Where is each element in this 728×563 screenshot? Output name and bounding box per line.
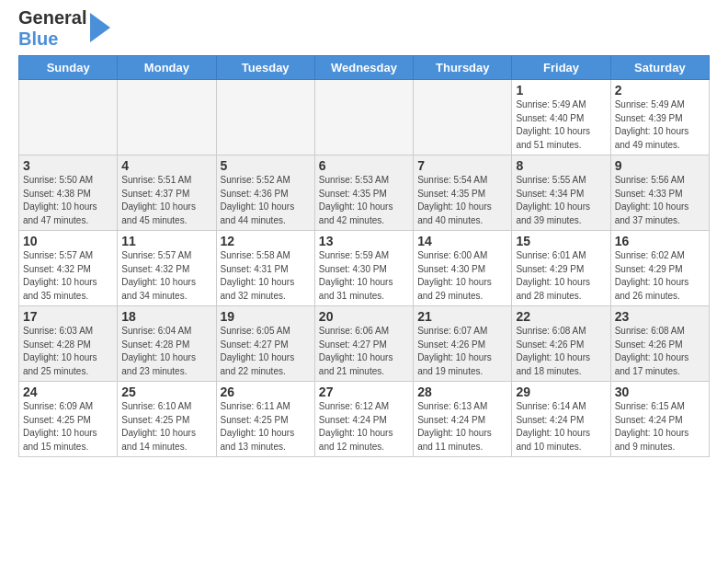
day-number: 15 bbox=[516, 234, 606, 248]
calendar-week-2: 3Sunrise: 5:50 AM Sunset: 4:38 PM Daylig… bbox=[19, 155, 710, 231]
day-info: Sunrise: 6:04 AM Sunset: 4:28 PM Dayligh… bbox=[121, 325, 211, 378]
calendar-cell: 20Sunrise: 6:06 AM Sunset: 4:27 PM Dayli… bbox=[314, 306, 413, 382]
day-info: Sunrise: 6:00 AM Sunset: 4:30 PM Dayligh… bbox=[417, 249, 507, 303]
day-info: Sunrise: 5:50 AM Sunset: 4:38 PM Dayligh… bbox=[23, 174, 113, 227]
calendar-cell: 18Sunrise: 6:04 AM Sunset: 4:28 PM Dayli… bbox=[118, 306, 216, 382]
day-number: 2 bbox=[615, 83, 705, 98]
day-info: Sunrise: 5:54 AM Sunset: 4:35 PM Dayligh… bbox=[417, 174, 507, 227]
day-number: 4 bbox=[121, 158, 211, 173]
calendar-cell: 14Sunrise: 6:00 AM Sunset: 4:30 PM Dayli… bbox=[414, 231, 512, 306]
day-info: Sunrise: 5:57 AM Sunset: 4:32 PM Dayligh… bbox=[121, 249, 211, 303]
calendar-cell bbox=[19, 80, 118, 155]
calendar-cell: 17Sunrise: 6:03 AM Sunset: 4:28 PM Dayli… bbox=[19, 306, 118, 382]
day-number: 23 bbox=[615, 309, 705, 324]
day-info: Sunrise: 6:10 AM Sunset: 4:25 PM Dayligh… bbox=[121, 400, 211, 454]
logo-arrow-icon bbox=[90, 13, 110, 42]
calendar-cell: 13Sunrise: 5:59 AM Sunset: 4:30 PM Dayli… bbox=[314, 231, 413, 306]
day-number: 6 bbox=[319, 158, 409, 173]
calendar-cell: 23Sunrise: 6:08 AM Sunset: 4:26 PM Dayli… bbox=[610, 306, 709, 382]
calendar-cell: 2Sunrise: 5:49 AM Sunset: 4:39 PM Daylig… bbox=[610, 80, 709, 155]
day-number: 16 bbox=[615, 234, 705, 248]
logo-text: General Blue bbox=[18, 7, 86, 50]
day-info: Sunrise: 5:52 AM Sunset: 4:36 PM Dayligh… bbox=[221, 174, 311, 227]
calendar-cell: 28Sunrise: 6:13 AM Sunset: 4:24 PM Dayli… bbox=[414, 382, 512, 457]
calendar-cell bbox=[414, 80, 512, 155]
day-number: 30 bbox=[615, 385, 705, 399]
calendar-cell: 6Sunrise: 5:53 AM Sunset: 4:35 PM Daylig… bbox=[314, 155, 413, 231]
day-info: Sunrise: 5:58 AM Sunset: 4:31 PM Dayligh… bbox=[221, 249, 311, 303]
calendar-cell: 8Sunrise: 5:55 AM Sunset: 4:34 PM Daylig… bbox=[512, 155, 610, 231]
day-info: Sunrise: 6:13 AM Sunset: 4:24 PM Dayligh… bbox=[417, 400, 507, 454]
day-number: 1 bbox=[516, 83, 606, 98]
calendar-cell bbox=[216, 80, 314, 155]
day-info: Sunrise: 5:59 AM Sunset: 4:30 PM Dayligh… bbox=[319, 249, 409, 303]
calendar-cell: 5Sunrise: 5:52 AM Sunset: 4:36 PM Daylig… bbox=[216, 155, 314, 231]
day-header-saturday: Saturday bbox=[610, 56, 709, 80]
day-info: Sunrise: 5:49 AM Sunset: 4:40 PM Dayligh… bbox=[516, 98, 606, 152]
calendar-cell: 19Sunrise: 6:05 AM Sunset: 4:27 PM Dayli… bbox=[216, 306, 314, 382]
day-info: Sunrise: 6:07 AM Sunset: 4:26 PM Dayligh… bbox=[417, 325, 507, 378]
day-info: Sunrise: 6:02 AM Sunset: 4:29 PM Dayligh… bbox=[615, 249, 705, 303]
day-header-monday: Monday bbox=[118, 56, 216, 80]
day-number: 7 bbox=[417, 158, 507, 173]
calendar-cell: 22Sunrise: 6:08 AM Sunset: 4:26 PM Dayli… bbox=[512, 306, 610, 382]
day-number: 26 bbox=[221, 385, 311, 399]
day-info: Sunrise: 6:08 AM Sunset: 4:26 PM Dayligh… bbox=[615, 325, 705, 378]
day-info: Sunrise: 6:06 AM Sunset: 4:27 PM Dayligh… bbox=[319, 325, 409, 378]
day-info: Sunrise: 6:12 AM Sunset: 4:24 PM Dayligh… bbox=[319, 400, 409, 454]
header: General Blue bbox=[18, 7, 710, 50]
calendar-cell: 30Sunrise: 6:15 AM Sunset: 4:24 PM Dayli… bbox=[610, 382, 709, 457]
day-number: 21 bbox=[417, 309, 507, 324]
day-header-thursday: Thursday bbox=[414, 56, 512, 80]
calendar-cell: 15Sunrise: 6:01 AM Sunset: 4:29 PM Dayli… bbox=[512, 231, 610, 306]
calendar-cell: 7Sunrise: 5:54 AM Sunset: 4:35 PM Daylig… bbox=[414, 155, 512, 231]
day-info: Sunrise: 5:57 AM Sunset: 4:32 PM Dayligh… bbox=[23, 249, 113, 303]
day-info: Sunrise: 6:03 AM Sunset: 4:28 PM Dayligh… bbox=[23, 325, 113, 378]
calendar-cell: 3Sunrise: 5:50 AM Sunset: 4:38 PM Daylig… bbox=[19, 155, 118, 231]
calendar-cell: 27Sunrise: 6:12 AM Sunset: 4:24 PM Dayli… bbox=[314, 382, 413, 457]
day-number: 18 bbox=[121, 309, 211, 324]
day-header-wednesday: Wednesday bbox=[314, 56, 413, 80]
day-number: 20 bbox=[319, 309, 409, 324]
day-number: 5 bbox=[221, 158, 311, 173]
calendar-cell: 1Sunrise: 5:49 AM Sunset: 4:40 PM Daylig… bbox=[512, 80, 610, 155]
calendar-cell bbox=[118, 80, 216, 155]
calendar-cell: 11Sunrise: 5:57 AM Sunset: 4:32 PM Dayli… bbox=[118, 231, 216, 306]
day-number: 25 bbox=[121, 385, 211, 399]
day-number: 12 bbox=[221, 234, 311, 248]
day-info: Sunrise: 6:01 AM Sunset: 4:29 PM Dayligh… bbox=[516, 249, 606, 303]
day-number: 24 bbox=[23, 385, 113, 399]
day-number: 8 bbox=[516, 158, 606, 173]
day-header-tuesday: Tuesday bbox=[216, 56, 314, 80]
day-header-friday: Friday bbox=[512, 56, 610, 80]
day-info: Sunrise: 6:14 AM Sunset: 4:24 PM Dayligh… bbox=[516, 400, 606, 454]
calendar-cell: 12Sunrise: 5:58 AM Sunset: 4:31 PM Dayli… bbox=[216, 231, 314, 306]
day-number: 19 bbox=[221, 309, 311, 324]
day-info: Sunrise: 5:51 AM Sunset: 4:37 PM Dayligh… bbox=[121, 174, 211, 227]
day-number: 22 bbox=[516, 309, 606, 324]
calendar-week-5: 24Sunrise: 6:09 AM Sunset: 4:25 PM Dayli… bbox=[19, 382, 710, 457]
day-number: 27 bbox=[319, 385, 409, 399]
calendar-week-3: 10Sunrise: 5:57 AM Sunset: 4:32 PM Dayli… bbox=[19, 231, 710, 306]
day-header-sunday: Sunday bbox=[19, 56, 118, 80]
calendar-cell: 26Sunrise: 6:11 AM Sunset: 4:25 PM Dayli… bbox=[216, 382, 314, 457]
calendar-cell: 25Sunrise: 6:10 AM Sunset: 4:25 PM Dayli… bbox=[118, 382, 216, 457]
day-info: Sunrise: 6:15 AM Sunset: 4:24 PM Dayligh… bbox=[615, 400, 705, 454]
day-info: Sunrise: 5:53 AM Sunset: 4:35 PM Dayligh… bbox=[319, 174, 409, 227]
day-info: Sunrise: 6:11 AM Sunset: 4:25 PM Dayligh… bbox=[221, 400, 311, 454]
day-info: Sunrise: 6:08 AM Sunset: 4:26 PM Dayligh… bbox=[516, 325, 606, 378]
calendar-cell: 21Sunrise: 6:07 AM Sunset: 4:26 PM Dayli… bbox=[414, 306, 512, 382]
calendar-cell: 4Sunrise: 5:51 AM Sunset: 4:37 PM Daylig… bbox=[118, 155, 216, 231]
day-number: 10 bbox=[23, 234, 113, 248]
day-info: Sunrise: 5:56 AM Sunset: 4:33 PM Dayligh… bbox=[615, 174, 705, 227]
day-info: Sunrise: 6:05 AM Sunset: 4:27 PM Dayligh… bbox=[221, 325, 311, 378]
calendar-cell: 16Sunrise: 6:02 AM Sunset: 4:29 PM Dayli… bbox=[610, 231, 709, 306]
calendar-cell bbox=[314, 80, 413, 155]
day-info: Sunrise: 5:49 AM Sunset: 4:39 PM Dayligh… bbox=[615, 98, 705, 152]
day-number: 13 bbox=[319, 234, 409, 248]
day-number: 9 bbox=[615, 158, 705, 173]
day-number: 11 bbox=[121, 234, 211, 248]
logo: General Blue bbox=[18, 7, 110, 50]
calendar-week-1: 1Sunrise: 5:49 AM Sunset: 4:40 PM Daylig… bbox=[19, 80, 710, 155]
calendar-cell: 24Sunrise: 6:09 AM Sunset: 4:25 PM Dayli… bbox=[19, 382, 118, 457]
